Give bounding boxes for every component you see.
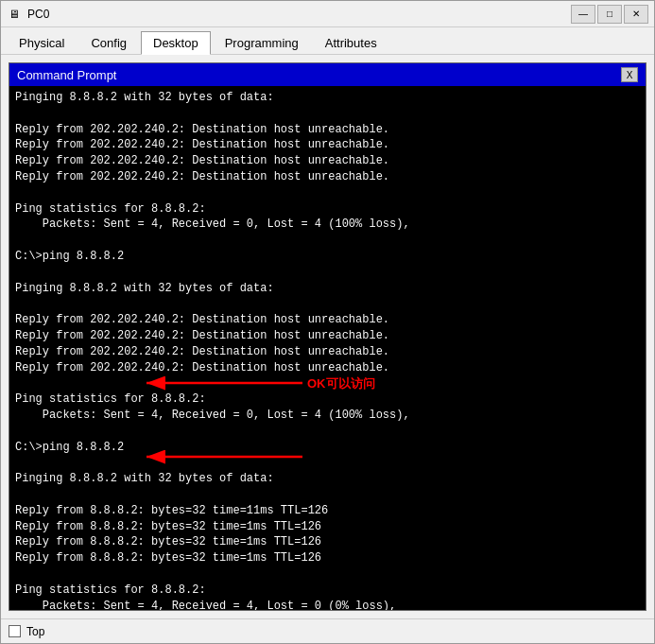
cmd-title-bar: Command Prompt X xyxy=(9,63,646,86)
terminal-line: Reply from 8.8.8.2: bytes=32 time=11ms T… xyxy=(15,503,640,519)
window-icon: 🖥 xyxy=(7,7,22,22)
terminal-line: Reply from 202.202.240.2: Destination ho… xyxy=(15,360,640,376)
main-window: 🖥 PC0 — □ ✕ Physical Config Desktop Prog… xyxy=(0,0,655,644)
terminal-line: Ping statistics for 8.8.8.2: xyxy=(15,201,640,218)
content-area: Command Prompt X Pinging 8.8.8.2 with 32… xyxy=(1,55,654,618)
terminal-line: Packets: Sent = 4, Received = 0, Lost = … xyxy=(15,217,640,233)
tab-attributes[interactable]: Attributes xyxy=(313,31,389,54)
close-button[interactable]: ✕ xyxy=(624,5,648,24)
tab-config[interactable]: Config xyxy=(78,31,139,54)
tab-physical[interactable]: Physical xyxy=(7,31,77,54)
terminal-line: Packets: Sent = 4, Received = 4, Lost = … xyxy=(15,599,640,611)
terminal-line: C:\>ping 8.8.8.2 xyxy=(15,440,640,456)
top-checkbox[interactable] xyxy=(9,625,21,637)
terminal-line: Ping statistics for 8.8.8.2: xyxy=(15,583,640,599)
window-controls: — □ ✕ xyxy=(571,5,648,24)
terminal-line: C:\>ping 8.8.8.2 xyxy=(15,249,640,265)
cmd-title-label: Command Prompt xyxy=(17,68,116,82)
terminal-line xyxy=(15,424,640,440)
terminal-line: Reply from 8.8.8.2: bytes=32 time=1ms TT… xyxy=(15,519,640,535)
terminal-line xyxy=(15,375,640,392)
terminal-line: Pinging 8.8.8.2 with 32 bytes of data: xyxy=(15,281,640,297)
window-title: PC0 xyxy=(27,8,571,21)
terminal-line xyxy=(15,296,640,312)
terminal-line: Reply from 202.202.240.2: Destination ho… xyxy=(15,153,640,169)
terminal-body[interactable]: Pinging 8.8.8.2 with 32 bytes of data: R… xyxy=(9,86,646,610)
terminal-line: Reply from 202.202.240.2: Destination ho… xyxy=(15,312,640,328)
terminal-line: Reply from 202.202.240.2: Destination ho… xyxy=(15,137,640,153)
terminal-line: Ping statistics for 8.8.8.2: xyxy=(15,392,640,408)
terminal-line xyxy=(15,106,640,122)
maximize-button[interactable]: □ xyxy=(597,5,622,24)
terminal-line: Reply from 8.8.8.2: bytes=32 time=1ms TT… xyxy=(15,534,640,550)
tab-bar: Physical Config Desktop Programming Attr… xyxy=(1,27,654,55)
terminal-line: Pinging 8.8.8.2 with 32 bytes of data: xyxy=(15,471,640,487)
terminal-line: Pinging 8.8.8.2 with 32 bytes of data: xyxy=(15,90,640,106)
title-bar: 🖥 PC0 — □ ✕ xyxy=(1,1,654,27)
terminal-line xyxy=(15,185,640,201)
terminal-line: Reply from 202.202.240.2: Destination ho… xyxy=(15,169,640,185)
terminal-line: Reply from 202.202.240.2: Destination ho… xyxy=(15,328,640,344)
minimize-button[interactable]: — xyxy=(571,5,595,24)
top-label: Top xyxy=(26,625,44,638)
terminal-line: Reply from 202.202.240.2: Destination ho… xyxy=(15,122,640,138)
terminal-line: Reply from 8.8.8.2: bytes=32 time=1ms TT… xyxy=(15,550,640,566)
terminal-line xyxy=(15,566,640,583)
terminal-line: Packets: Sent = 4, Received = 0, Lost = … xyxy=(15,408,640,424)
terminal-line: Reply from 202.202.240.2: Destination ho… xyxy=(15,344,640,360)
terminal-line xyxy=(15,487,640,503)
bottom-bar: Top xyxy=(1,618,654,643)
terminal-line xyxy=(15,265,640,281)
tab-programming[interactable]: Programming xyxy=(213,31,311,54)
command-prompt-window: Command Prompt X Pinging 8.8.8.2 with 32… xyxy=(9,62,646,611)
terminal-line xyxy=(15,455,640,471)
terminal-line xyxy=(15,233,640,249)
cmd-close-button[interactable]: X xyxy=(621,67,638,82)
tab-desktop[interactable]: Desktop xyxy=(141,31,211,55)
